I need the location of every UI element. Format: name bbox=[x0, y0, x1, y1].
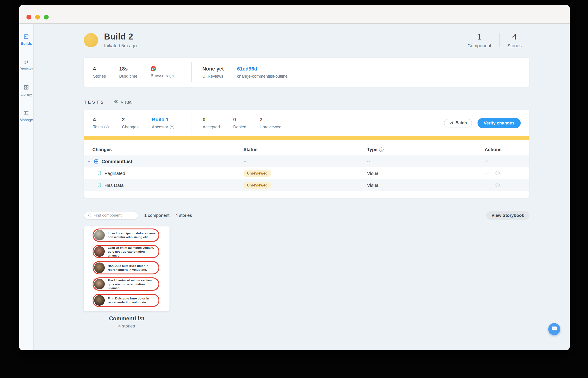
changes-table: Changes Status Type Actions bbox=[84, 140, 529, 198]
browsers-stat: Browsers bbox=[151, 66, 174, 78]
comment-text: Poe Ut enim ad minim veniam, quis nostru… bbox=[108, 278, 159, 290]
view-storybook-button[interactable]: View Storybook bbox=[486, 211, 529, 220]
component-search[interactable] bbox=[84, 211, 138, 220]
batch-accept-icon[interactable] bbox=[485, 159, 489, 164]
bookmark-icon bbox=[97, 171, 101, 176]
zoom-window-button[interactable] bbox=[44, 15, 49, 20]
actions-cell bbox=[485, 159, 529, 164]
build-status-avatar bbox=[84, 33, 98, 47]
sidebar-item-library[interactable]: Library bbox=[21, 85, 32, 97]
comment-item: Leah Ut enim ad minim veniam, quis nostr… bbox=[93, 245, 159, 258]
accept-check-icon[interactable] bbox=[485, 183, 490, 188]
minimize-window-button[interactable] bbox=[35, 15, 40, 20]
status-badge: Unreviewed bbox=[244, 182, 271, 189]
build-progress-bar bbox=[84, 136, 529, 140]
verify-changes-button[interactable]: Verify changes bbox=[478, 118, 521, 128]
comment-item: Finn Duis aute irure dolor in reprehende… bbox=[93, 294, 159, 307]
tests-stats-card: 4 Tests 2 Changes Build 1 Ancestor 0 Ac bbox=[84, 110, 529, 136]
type-cell: Visual bbox=[367, 171, 485, 176]
comment-item: Han Duis aute irure dolor in reprehender… bbox=[93, 261, 159, 274]
comment-item: Poe Ut enim ad minim veniam, quis nostru… bbox=[93, 277, 159, 291]
batch-button[interactable]: Batch bbox=[444, 119, 472, 127]
sidebar-item-manage[interactable]: Manage bbox=[20, 110, 33, 122]
comment-text: Finn Duis aute irure dolor in reprehende… bbox=[108, 297, 159, 304]
commit-hash-link[interactable]: 61ed96d bbox=[237, 66, 287, 72]
build-stats-card: 4 Stories 18s Build time Browsers None y… bbox=[84, 58, 529, 87]
component-count-text: 1 component bbox=[144, 213, 169, 218]
component-caption: CommentList 4 stories bbox=[84, 315, 169, 329]
avatar bbox=[94, 279, 105, 289]
status-cell: -- bbox=[244, 159, 367, 164]
component-name-label[interactable]: CommentList bbox=[84, 315, 169, 322]
component-grid-icon bbox=[94, 159, 99, 164]
status-badge: Unreviewed bbox=[244, 170, 271, 177]
bookmark-icon bbox=[97, 183, 101, 188]
table-row-story[interactable]: Has Data Unreviewed Visual bbox=[84, 179, 529, 191]
actions-cell bbox=[485, 182, 529, 189]
sliders-icon bbox=[24, 110, 29, 116]
unreviewed-stat: 2 Unreviewed bbox=[260, 117, 281, 130]
titlebar bbox=[19, 5, 570, 24]
story-count-stat: 4 Stories bbox=[500, 32, 529, 48]
search-icon bbox=[87, 213, 91, 218]
accepted-stat: 0 Accepted bbox=[203, 117, 220, 130]
table-row-component[interactable]: CommentList -- -- bbox=[84, 155, 529, 167]
sidebar-item-label: Reviews bbox=[19, 67, 33, 71]
visual-filter[interactable]: Visual bbox=[114, 99, 132, 105]
avatar bbox=[94, 262, 105, 273]
stories-stat: 4 Stories bbox=[93, 66, 106, 79]
build-time-stat: 18s Build time bbox=[119, 66, 137, 79]
build-header: Build 2 Initiated 5m ago 1 Component 4 S… bbox=[84, 32, 529, 48]
changes-column-header: Changes bbox=[84, 147, 244, 152]
actions-cell bbox=[485, 170, 529, 176]
tests-count-stat: 4 Tests bbox=[93, 117, 109, 130]
deny-x-circle-icon[interactable] bbox=[495, 182, 500, 189]
traffic-lights bbox=[27, 15, 49, 20]
commit-stat: 61ed96d change-commentlist-outline bbox=[237, 66, 287, 79]
page-title: Build 2 bbox=[104, 32, 137, 41]
component-preview-card[interactable]: Luke Lorem ipsum dolor sit amet, consect… bbox=[84, 227, 169, 311]
type-cell: -- bbox=[367, 159, 485, 164]
story-name: Has Data bbox=[105, 183, 123, 188]
chat-bubble-icon bbox=[551, 325, 558, 333]
header-counts: 1 Component 4 Stories bbox=[460, 32, 529, 48]
chevron-down-icon[interactable] bbox=[87, 160, 91, 163]
help-icon[interactable] bbox=[170, 125, 174, 129]
actions-column-header: Actions bbox=[485, 147, 529, 152]
sidebar-item-reviews[interactable]: Reviews bbox=[19, 59, 33, 71]
ui-reviews-stat: None yet UI Reviews bbox=[202, 66, 224, 79]
table-header-row: Changes Status Type Actions bbox=[84, 140, 529, 155]
tests-section-heading: TESTS Visual bbox=[84, 99, 529, 105]
divider bbox=[191, 62, 192, 82]
batch-check-icon bbox=[449, 120, 453, 126]
type-cell: Visual bbox=[367, 183, 485, 188]
changes-count-stat: 2 Changes bbox=[122, 117, 138, 130]
avatar bbox=[94, 295, 105, 306]
sidebar-item-label: Library bbox=[21, 93, 32, 97]
branch-name: change-commentlist-outline bbox=[237, 74, 287, 79]
comment-text: Han Duis aute irure dolor in reprehender… bbox=[108, 264, 159, 272]
chrome-browser-icon bbox=[151, 66, 156, 71]
close-window-button[interactable] bbox=[27, 15, 31, 20]
help-icon[interactable] bbox=[169, 74, 174, 78]
status-column-header: Status bbox=[244, 147, 367, 152]
denied-stat: 0 Denied bbox=[233, 117, 246, 130]
builds-checkbox-icon bbox=[24, 34, 29, 40]
sidebar-item-label: Manage bbox=[20, 118, 33, 122]
chat-fab-button[interactable] bbox=[548, 323, 560, 335]
deny-x-circle-icon[interactable] bbox=[495, 170, 500, 176]
search-input[interactable] bbox=[94, 213, 135, 218]
table-row-story[interactable]: Paginated Unreviewed Visual bbox=[84, 167, 529, 179]
component-name: CommentList bbox=[102, 159, 132, 164]
eye-icon bbox=[114, 99, 119, 105]
help-icon[interactable] bbox=[379, 148, 383, 152]
accept-check-icon[interactable] bbox=[485, 171, 490, 176]
story-count-text: 4 stories bbox=[176, 213, 192, 218]
app-window: Builds Reviews Library Manage bbox=[19, 5, 570, 350]
help-icon[interactable] bbox=[104, 125, 109, 129]
build-subtitle: Initiated 5m ago bbox=[104, 43, 137, 48]
sidebar-item-builds[interactable]: Builds bbox=[21, 34, 32, 46]
divider bbox=[191, 113, 192, 133]
comment-text: Luke Lorem ipsum dolor sit amet, consect… bbox=[108, 231, 159, 239]
ancestor-build-link[interactable]: Build 1 bbox=[152, 117, 174, 123]
